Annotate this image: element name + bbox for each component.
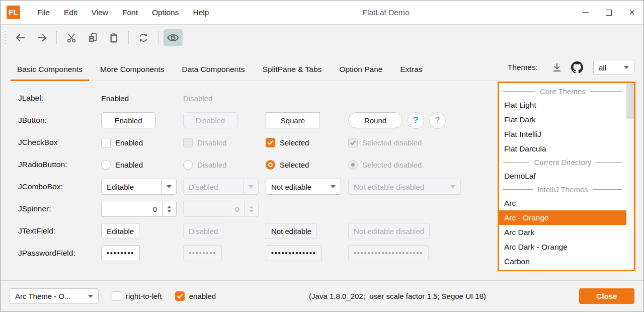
scissors-icon — [66, 32, 77, 43]
combobox-value: Not editable — [266, 183, 326, 191]
theme-item-flat-light[interactable]: Flat Light — [499, 98, 626, 112]
maximize-button[interactable] — [597, 1, 620, 24]
tab-data-components[interactable]: Data Components — [176, 65, 252, 81]
menu-options[interactable]: Options — [145, 1, 186, 24]
spinner[interactable]: 0 — [101, 201, 177, 217]
theme-item-flat-darcula[interactable]: Flat Darcula — [499, 141, 626, 156]
theme-item-flat-dark[interactable]: Flat Dark — [499, 112, 626, 127]
combobox-editable[interactable]: Editable — [101, 179, 177, 195]
spinner-buttons — [244, 201, 258, 216]
help-button[interactable]: ? — [408, 112, 424, 129]
checkbox-enabled[interactable]: Enabled — [101, 138, 143, 147]
menu-view[interactable]: View — [85, 1, 115, 24]
download-themes-button[interactable] — [549, 60, 565, 75]
themes-filter-value: all — [599, 63, 606, 72]
cell: Disabled — [183, 223, 266, 239]
cut-button[interactable] — [62, 29, 81, 46]
round-button[interactable]: Round — [348, 112, 403, 128]
minimize-button[interactable] — [574, 1, 597, 24]
tab-option-pane[interactable]: Option Pane — [333, 65, 389, 81]
tab-more-components[interactable]: More Components — [94, 65, 171, 81]
arrow-left-icon — [15, 32, 27, 43]
combobox-arrow-button[interactable] — [326, 179, 341, 194]
cell: Enabled — [101, 160, 183, 170]
radio-selected[interactable]: Selected — [266, 160, 309, 170]
checkbox-disabled: Disabled — [183, 138, 226, 147]
spinner-buttons[interactable] — [162, 201, 176, 216]
check-icon — [177, 293, 183, 299]
forward-button[interactable] — [32, 29, 51, 46]
enabled-checkbox[interactable]: enabled — [175, 291, 216, 301]
close-window-button[interactable]: ✕ — [620, 1, 643, 24]
tab-basic-components[interactable]: Basic Components — [11, 65, 89, 81]
textfield-editable[interactable]: Editable — [101, 223, 139, 239]
chevron-down-icon — [88, 295, 93, 298]
radio-circle — [101, 160, 111, 170]
theme-selector-combobox[interactable]: Arc Theme - O... — [10, 288, 99, 304]
back-button[interactable] — [11, 29, 30, 46]
cell: Disabled — [183, 94, 266, 103]
component-row-jtextfield: JTextField:EditableDisabledNot editableN… — [18, 220, 498, 242]
row-label-jcheckbox: JCheckBox — [18, 138, 101, 147]
theme-group-separator: IntelliJ Themes — [499, 183, 626, 196]
refresh-icon — [138, 32, 149, 43]
tab-splitpane-tabs[interactable]: SplitPane & Tabs — [256, 65, 329, 81]
combobox-value: Editable — [102, 183, 161, 191]
theme-group-label: Current Directory — [534, 158, 591, 167]
cell: ••••••••••••• — [266, 245, 348, 261]
checkbox-selected[interactable]: Selected — [266, 138, 309, 147]
status-text: (Java 1.8.0_202; user scale factor 1.5; … — [216, 292, 579, 300]
download-icon — [551, 62, 562, 73]
show-hover-classes-button[interactable] — [164, 29, 183, 46]
cell: Not editable — [266, 223, 348, 239]
disabled-button: Disabled — [183, 112, 237, 128]
theme-item-arc-dark[interactable]: Arc Dark — [499, 225, 626, 240]
menu-edit[interactable]: Edit — [57, 1, 85, 24]
paste-button[interactable] — [104, 29, 123, 46]
theme-item-arc[interactable]: Arc — [499, 196, 626, 210]
cell: Selected disabled — [348, 138, 498, 147]
close-button[interactable]: Close — [579, 288, 634, 304]
theme-item-demolaf[interactable]: DemoLaf — [499, 169, 626, 183]
enabled-button[interactable]: Enabled — [101, 112, 155, 128]
refresh-button[interactable] — [134, 29, 153, 46]
toolbar-separator — [158, 31, 158, 44]
cell: •••••••••••••••••••• — [348, 245, 498, 261]
themes-filter-combobox[interactable]: all — [593, 60, 634, 75]
menu-font[interactable]: Font — [115, 1, 145, 24]
copy-button[interactable] — [83, 29, 102, 46]
square-button[interactable]: Square — [266, 112, 320, 128]
themes-scrollbar[interactable] — [626, 83, 634, 270]
cell: Round?? — [348, 112, 498, 129]
cell: Disabled — [183, 112, 266, 128]
row-label-jpasswordfield: JPasswordField: — [18, 249, 101, 258]
radio-enabled[interactable]: Enabled — [101, 160, 143, 170]
theme-item-arc-orange[interactable]: Arc - Orange — [499, 210, 626, 225]
titlebar: FL FileEditViewFontOptionsHelp FlatLaf D… — [1, 1, 643, 25]
toolbar-separator — [56, 31, 57, 44]
theme-item-flat-intellij[interactable]: Flat IntelliJ — [499, 127, 626, 141]
combobox-arrow-button[interactable] — [161, 179, 176, 194]
textfield-disabled: Disabled — [183, 223, 223, 239]
combobox-not-editable[interactable]: Not editable — [266, 179, 341, 195]
cell: Disabled — [183, 179, 266, 195]
chevron-down-icon — [249, 185, 254, 188]
theme-item-carbon[interactable]: Carbon — [499, 254, 626, 269]
spinner-down-icon — [249, 210, 254, 212]
menu-help[interactable]: Help — [186, 1, 216, 24]
tab-extras[interactable]: Extras — [394, 65, 429, 81]
menu-file[interactable]: File — [30, 1, 57, 24]
github-button[interactable] — [569, 60, 585, 75]
cell: Editable — [101, 179, 183, 195]
checkbox-box — [183, 138, 193, 147]
toolbar-grip[interactable] — [5, 31, 6, 44]
theme-item-arc-dark-orange[interactable]: Arc Dark - Orange — [499, 240, 626, 254]
scrollbar-thumb[interactable] — [626, 83, 634, 119]
cell: Editable — [101, 223, 183, 239]
github-icon — [571, 61, 583, 73]
theme-group-separator: Current Directory — [499, 156, 626, 169]
row-label-jcombobox: JComboBox: — [18, 182, 101, 191]
row-label-jlabel: JLabel: — [18, 94, 101, 103]
right-to-left-checkbox[interactable]: right-to-left — [112, 291, 162, 301]
password-field[interactable]: •••••••• — [101, 245, 140, 261]
